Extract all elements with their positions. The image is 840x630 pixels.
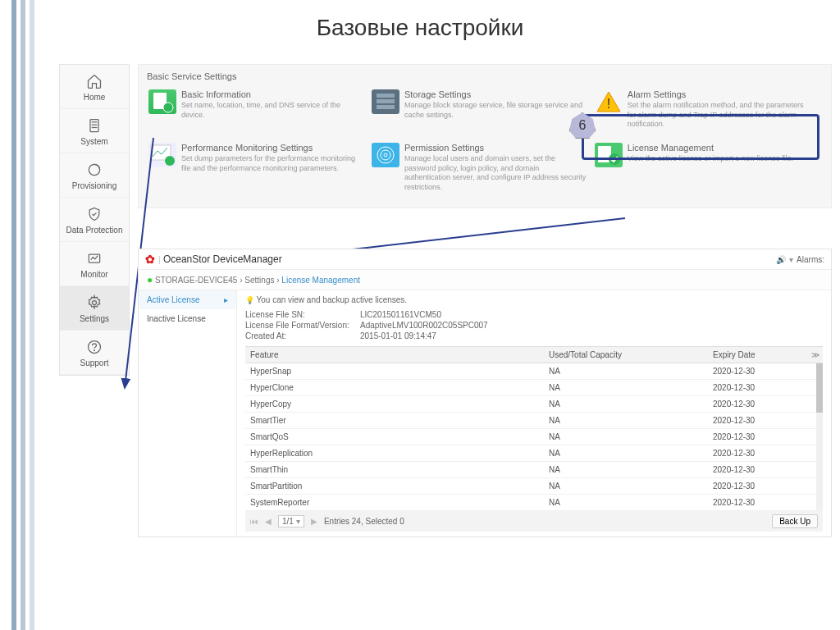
table-row[interactable]: SmartTierNA2020-12-30	[245, 413, 823, 429]
svg-point-7	[89, 341, 101, 354]
svg-rect-13	[377, 105, 395, 109]
table-footer: ⏮ ◀ 1/1 ▾ ▶ Entries 24, Selected 0 Back …	[245, 511, 823, 532]
server-icon	[86, 117, 103, 134]
svg-point-19	[381, 150, 390, 160]
tab-inactive-license[interactable]: Inactive License	[139, 309, 236, 328]
product-name: OceanStor DeviceManager	[163, 253, 282, 265]
basic-settings-panel: Basic Service Settings Basic Information…	[138, 64, 832, 208]
svg-point-20	[384, 153, 387, 157]
table-row[interactable]: HyperCopyNA2020-12-30	[245, 396, 823, 413]
card-perf[interactable]: Performance Monitoring SettingsSet dump …	[147, 139, 370, 203]
monitor-icon	[86, 250, 103, 267]
slide-title: Базовые настройки	[0, 0, 840, 49]
gear-icon	[86, 294, 103, 311]
col-expiry[interactable]: Expiry Date	[708, 347, 806, 363]
license-main: You can view and backup active licenses.…	[237, 290, 831, 536]
alarms-indicator[interactable]: 🔊 ▾ Alarms:	[776, 255, 824, 264]
crumb-settings[interactable]: Settings	[244, 276, 274, 285]
nav-label: Home	[84, 93, 106, 102]
license-sidebar: Active License▸ Inactive License	[139, 290, 237, 536]
meta-value: 2015-01-01 09:14:47	[360, 331, 436, 340]
svg-point-10	[163, 103, 173, 112]
breadcrumb: ● STORAGE-DEVICE45 › Settings › License …	[139, 270, 831, 290]
nav-label: Support	[80, 358, 108, 368]
card-desc: Manage block storage service, file stora…	[404, 101, 587, 120]
nav-settings[interactable]: Settings	[60, 286, 129, 331]
nav-label: Data Protection	[66, 226, 123, 235]
pager-input[interactable]: 1/1 ▾	[278, 515, 304, 527]
card-desc: Manage local users and domain users, set…	[404, 154, 587, 193]
status-dot-icon: ●	[147, 274, 153, 285]
card-desc: Set name, location, time, and DNS servic…	[181, 101, 363, 120]
card-title: Performance Monitoring Settings	[181, 143, 363, 153]
provisioning-icon	[86, 162, 103, 178]
card-storage[interactable]: Storage SettingsManage block storage ser…	[370, 86, 593, 139]
card-title: Permission Settings	[404, 143, 587, 153]
document-gear-icon	[148, 89, 176, 114]
main-sidebar: Home System Provisioning Data Protection…	[59, 64, 130, 376]
nav-label: Monitor	[80, 270, 107, 279]
dm-header: ✿ | OceanStor DeviceManager 🔊 ▾ Alarms:	[139, 249, 831, 270]
device-manager-panel: ✿ | OceanStor DeviceManager 🔊 ▾ Alarms: …	[138, 249, 832, 537]
svg-point-6	[93, 301, 97, 305]
backup-button[interactable]: Back Up	[772, 514, 818, 528]
table-row[interactable]: HyperSnapNA2020-12-30	[245, 363, 823, 380]
scrollbar-thumb[interactable]	[816, 363, 823, 413]
table-row[interactable]: SmartQoSNA2020-12-30	[245, 429, 823, 445]
card-desc: Set dump parameters for the performance …	[181, 154, 363, 173]
column-menu-icon[interactable]: ≫	[806, 347, 823, 363]
footer-status: Entries 24, Selected 0	[324, 517, 404, 526]
table-row[interactable]: HyperCloneNA2020-12-30	[245, 380, 823, 396]
card-title: Alarm Settings	[628, 89, 810, 99]
tab-active-license[interactable]: Active License▸	[139, 290, 236, 309]
nav-label: System	[80, 137, 107, 146]
chevron-right-icon: ▸	[224, 295, 228, 304]
shield-icon	[86, 206, 103, 222]
svg-rect-0	[90, 120, 98, 132]
table-row[interactable]: SystemReporterNA2020-12-30	[245, 495, 823, 511]
col-capacity[interactable]: Used/Total Capacity	[544, 347, 708, 363]
pager-next-icon[interactable]: ▶	[311, 517, 317, 526]
card-basic-info[interactable]: Basic InformationSet name, location, tim…	[147, 86, 370, 139]
meta-label: License File SN:	[245, 310, 360, 319]
crumb-device[interactable]: STORAGE-DEVICE45	[155, 276, 237, 285]
crumb-license: License Management	[281, 276, 360, 285]
svg-rect-12	[377, 99, 395, 103]
col-feature[interactable]: Feature	[245, 347, 544, 363]
svg-point-17	[165, 156, 175, 166]
table-row[interactable]: SmartPartitionNA2020-12-30	[245, 478, 823, 495]
scrollbar-track[interactable]	[816, 363, 823, 511]
pager-first-icon[interactable]: ⏮	[250, 517, 258, 526]
info-message: You can view and backup active licenses.	[245, 295, 823, 304]
meta-label: License File Format/Version:	[245, 321, 360, 330]
nav-data-protection[interactable]: Data Protection	[60, 198, 129, 242]
nav-system[interactable]: System	[60, 109, 129, 153]
nav-support[interactable]: Support	[60, 331, 129, 375]
card-title: Storage Settings	[404, 89, 587, 99]
home-icon	[86, 73, 103, 89]
meta-value: LIC201501161VCM50	[360, 310, 441, 319]
nav-provisioning[interactable]: Provisioning	[60, 153, 129, 198]
pager-prev-icon[interactable]: ◀	[265, 517, 272, 526]
meta-value: AdaptiveLMV100R002C05SPC007	[360, 321, 488, 330]
panel-title: Basic Service Settings	[147, 71, 823, 81]
alarm-icon: !	[595, 89, 623, 114]
svg-text:!: !	[607, 97, 610, 111]
table-row[interactable]: HyperReplicationNA2020-12-30	[245, 445, 823, 462]
fingerprint-icon	[372, 143, 399, 167]
nav-home[interactable]: Home	[60, 65, 129, 109]
chevron-down-icon: ▾	[296, 517, 300, 526]
huawei-logo-icon: ✿	[145, 253, 155, 266]
nav-label: Settings	[80, 314, 109, 323]
table-row[interactable]: SmartThinNA2020-12-30	[245, 462, 823, 478]
license-table: Feature Used/Total Capacity Expiry Date …	[245, 346, 823, 532]
card-title: Basic Information	[181, 89, 363, 99]
card-permission[interactable]: Permission SettingsManage local users an…	[370, 139, 593, 203]
meta-label: Created At:	[245, 331, 360, 340]
nav-monitor[interactable]: Monitor	[60, 242, 129, 286]
svg-rect-11	[377, 94, 395, 98]
svg-point-8	[94, 350, 95, 351]
svg-point-18	[377, 147, 394, 163]
help-icon	[86, 339, 103, 355]
storage-icon	[372, 89, 399, 114]
